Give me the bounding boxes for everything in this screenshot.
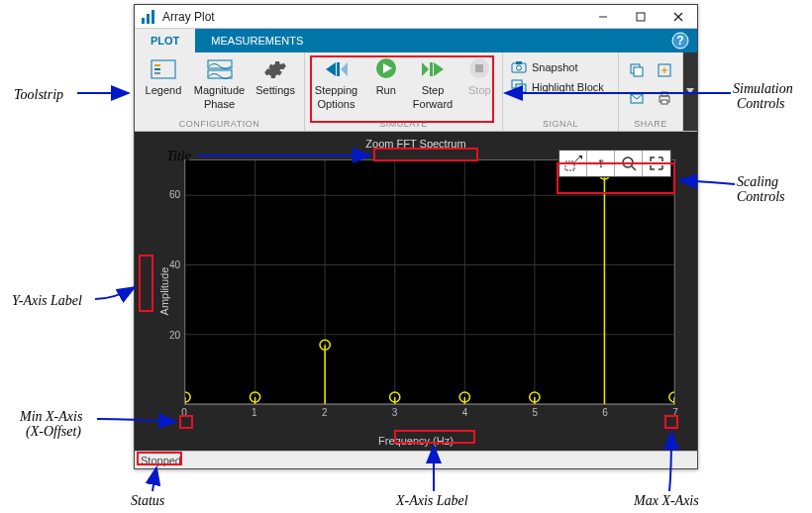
y-tick: 20 [169, 330, 180, 341]
window-title: Array Plot [162, 10, 584, 24]
y-axis-ticks: 204060 [162, 159, 182, 405]
step-forward-button[interactable]: Step Forward [410, 56, 455, 110]
configuration-section-label: CONFIGURATION [135, 119, 304, 131]
callout-scale2: Controls [737, 189, 785, 205]
legend-label: Legend [146, 84, 182, 96]
y-tick: 40 [169, 259, 180, 270]
help-button[interactable]: ? [669, 30, 691, 51]
plot-area[interactable] [184, 159, 675, 405]
callout-minx2: (X-Offset) [26, 424, 81, 440]
svg-marker-20 [422, 62, 429, 76]
svg-text:?: ? [676, 34, 683, 48]
tab-plot[interactable]: PLOT [135, 29, 195, 52]
pan-button[interactable] [587, 151, 615, 176]
x-tick: 0 [181, 407, 187, 418]
fit-button[interactable] [643, 151, 670, 176]
app-window: Array Plot PLOT MEASUREMENTS ? Legend M [134, 4, 698, 469]
simulate-section-label: SIMULATE [305, 119, 502, 131]
toolstrip-group-share: SHARE [619, 52, 683, 131]
svg-rect-31 [634, 67, 643, 76]
magphase-label2: Phase [204, 98, 235, 110]
snapshot-button[interactable]: Snapshot [509, 58, 606, 76]
toolstrip-collapse[interactable] [683, 52, 697, 131]
x-tick: 6 [602, 407, 608, 418]
svg-rect-35 [661, 92, 667, 96]
x-tick: 1 [252, 407, 257, 418]
legend-button[interactable]: Legend [141, 56, 186, 96]
svg-rect-29 [516, 84, 526, 92]
callout-yaxis: Y-Axis Label [12, 293, 82, 309]
export-button[interactable] [653, 58, 676, 82]
step-back-icon [324, 56, 350, 82]
status-bar: Stopped [135, 451, 697, 468]
toolstrip-group-simulate: Stepping Options Run Step Forward Stop S… [305, 52, 503, 131]
svg-rect-4 [637, 13, 645, 21]
autoscale-button[interactable] [559, 151, 587, 176]
svg-rect-25 [512, 63, 526, 72]
svg-rect-16 [337, 62, 340, 76]
highlight-block-button[interactable]: Highlight Block [509, 78, 606, 96]
callout-maxx: Max X-Axis [634, 493, 699, 509]
svg-line-69 [632, 166, 636, 170]
x-axis-label: Frequency (Hz) [135, 435, 697, 447]
svg-point-51 [185, 392, 190, 402]
close-button[interactable] [660, 5, 697, 29]
magphase-label1: Magnitude [194, 84, 245, 96]
svg-rect-2 [152, 10, 154, 24]
settings-button[interactable]: Settings [253, 56, 298, 96]
tabs-bar: PLOT MEASUREMENTS ? [135, 29, 697, 52]
stop-button[interactable]: Stop [463, 56, 496, 96]
settings-label: Settings [255, 84, 295, 96]
maximize-button[interactable] [622, 5, 660, 29]
x-tick: 7 [672, 407, 678, 418]
x-tick: 5 [533, 407, 539, 418]
stepfwd-label2: Forward [413, 98, 453, 110]
signal-section-label: SIGNAL [503, 119, 618, 131]
x-tick: 4 [462, 407, 468, 418]
minimize-button[interactable] [584, 5, 622, 29]
svg-rect-27 [516, 61, 522, 64]
stop-icon [466, 56, 492, 82]
callout-sim1: Simulation [733, 81, 793, 97]
x-axis-ticks: 01234567 [184, 407, 675, 421]
window-controls [584, 5, 697, 29]
highlight-label: Highlight Block [532, 81, 604, 93]
svg-rect-0 [142, 18, 145, 24]
svg-marker-22 [434, 62, 444, 76]
stepping-options-button[interactable]: Stepping Options [311, 56, 361, 110]
toolstrip: Legend Magnitude Phase Settings CONFIGUR… [135, 52, 697, 132]
print-button[interactable] [653, 86, 676, 110]
svg-marker-37 [686, 88, 694, 94]
plot-svg [185, 160, 674, 404]
status-text: Stopped [141, 455, 181, 466]
copy-button[interactable] [625, 58, 649, 82]
toolstrip-group-signal: Snapshot Highlight Block SIGNAL [503, 52, 619, 131]
plot-title: Zoom FFT Spectrum [135, 138, 697, 150]
play-icon [373, 56, 399, 82]
svg-point-26 [517, 65, 522, 70]
stepping-label1: Stepping [315, 84, 357, 96]
svg-rect-36 [661, 100, 667, 104]
stepping-label2: Options [318, 98, 355, 110]
svg-rect-1 [147, 14, 150, 24]
callout-scale1: Scaling [737, 174, 778, 190]
run-button[interactable]: Run [369, 56, 402, 96]
x-tick: 2 [322, 407, 328, 418]
run-label: Run [376, 84, 396, 96]
callout-xaxis: X-Axis Label [396, 493, 468, 509]
magnitude-phase-button[interactable]: Magnitude Phase [194, 56, 245, 110]
y-tick: 60 [169, 189, 180, 200]
callout-minx1: Min X-Axis [20, 409, 82, 425]
stop-label: Stop [468, 84, 491, 96]
svg-rect-24 [475, 64, 483, 72]
scaling-controls [558, 150, 671, 177]
stepfwd-label1: Step [422, 84, 445, 96]
title-bar: Array Plot [135, 5, 697, 29]
tab-measurements[interactable]: MEASUREMENTS [195, 29, 319, 52]
plot-canvas: Zoom FFT Spectrum Amplitude Frequency (H… [135, 132, 697, 451]
toolstrip-group-configuration: Legend Magnitude Phase Settings CONFIGUR… [135, 52, 305, 131]
highlight-icon [511, 79, 527, 95]
send-button[interactable] [625, 86, 649, 110]
svg-point-68 [623, 157, 633, 167]
zoom-button[interactable] [615, 151, 643, 176]
